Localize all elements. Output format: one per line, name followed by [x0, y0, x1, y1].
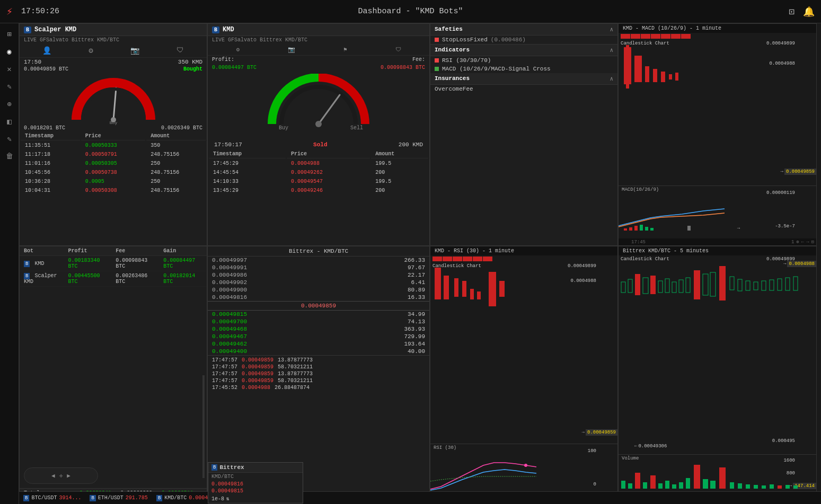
page-title: Dashboard - "KMD Bots" [358, 7, 463, 16]
sidebar-icon-dashboard[interactable]: ◉ [5, 45, 13, 58]
macd-time-right: 1 [791, 240, 794, 245]
col-timestamp: Timestamp [21, 132, 80, 140]
nav-center-btn[interactable]: ✛ [59, 472, 63, 479]
kmd-icon-photo[interactable]: 📷 [288, 46, 295, 53]
status-label-eth: ETH/USDT [98, 495, 123, 501]
shield-icon[interactable]: 🛡 [176, 46, 184, 55]
camera-icon[interactable]: 📷 [130, 46, 139, 55]
zoom-icon[interactable]: ⊕ [796, 239, 799, 245]
scalper-price-row: 0.00049859 BTC Bought [20, 66, 207, 72]
bid-price: 0.00049700 [212, 319, 247, 325]
svg-rect-61 [665, 481, 669, 489]
table-row: 13:45:290.00049246200 [209, 187, 428, 194]
recent-trade-item: 17:47:570.0004985958.70321211 [208, 377, 429, 384]
svg-rect-7 [624, 47, 631, 84]
table-row: 11:35:510.00050333350 [21, 142, 206, 149]
kmd-panel: B KMD LIVE GFSalvato Bittrex KMD/BTC ⚙ 📷… [207, 23, 430, 246]
fee-label: Fee: [412, 57, 425, 63]
user-icon[interactable]: 👤 [42, 46, 51, 55]
sidebar-icon-edit[interactable]: ✎ [5, 80, 13, 93]
kmd-icons: ⚙ 📷 ⚑ 🛡 [208, 44, 429, 56]
ask-price: 0.00049900 [212, 287, 247, 293]
macd-title-text: KMD - MACD (10/26/9) - 1 minute [623, 25, 721, 31]
nav-left-btn[interactable]: ◀ [51, 472, 55, 479]
svg-rect-30 [499, 281, 505, 297]
row-badge: B [24, 261, 30, 267]
table-row: 14:45:540.00049262200 [209, 169, 428, 176]
fullscreen-icon[interactable]: ⊡ [789, 6, 794, 17]
svg-rect-32 [621, 282, 625, 293]
bigchart-panel: Bittrex KMD/BTC - 5 minutes Candlestick … [618, 246, 817, 504]
sidebar-icon-pen[interactable]: ✎ [5, 132, 13, 146]
ob-bid: 0.0004981534.99 [208, 311, 429, 318]
vertical-slider[interactable] [202, 375, 205, 478]
status-badge-eth: B [90, 495, 95, 501]
insurances-collapse[interactable]: ∧ [610, 75, 613, 82]
svg-rect-20 [645, 227, 648, 231]
profit-label: Profit: [212, 57, 234, 63]
nav-right[interactable]: → [806, 240, 809, 245]
svg-rect-47 [738, 279, 742, 291]
svg-rect-33 [628, 279, 632, 293]
svg-rect-45 [719, 266, 726, 300]
svg-rect-18 [634, 226, 638, 231]
svg-rect-38 [665, 279, 669, 293]
summary-panel: Bot Profit Fee Gain B KMD 0.00183340 BTC… [19, 246, 207, 504]
status-badge-kmd: B [156, 495, 162, 501]
nav-left[interactable]: ← [801, 240, 804, 245]
tick-icon[interactable]: ⇅ [226, 496, 229, 502]
svg-rect-23 [435, 268, 441, 299]
volume-subpanel: Volume 1600 800 → 147.414 [619, 454, 816, 497]
status-price-btc: 3914... [59, 495, 81, 501]
scalper-icons-row: 👤 ⚙ 📷 🛡 [20, 44, 207, 58]
nav-right-btn[interactable]: ▶ [67, 472, 70, 479]
bid-price: 0.00049400 [212, 348, 247, 355]
status-label-btc: BTC/USDT [31, 495, 57, 501]
red-bar [483, 257, 492, 261]
bid-price: 0.00049815 [212, 311, 247, 317]
sidebar-icon-close[interactable]: ✕ [5, 63, 13, 76]
kmd-icon-shield[interactable]: 🛡 [395, 46, 401, 53]
ask-price: 0.00049902 [212, 279, 247, 286]
svg-rect-72 [754, 485, 758, 489]
bigchart-title: Bittrex KMD/BTC - 5 minutes [619, 246, 816, 255]
svg-point-4 [315, 121, 322, 127]
ob-current-price: 0.00049859 [208, 301, 429, 311]
indicators-collapse[interactable]: ∧ [610, 47, 613, 54]
sidebar-icon-layout[interactable]: ◧ [5, 115, 13, 128]
svg-rect-35 [643, 278, 648, 294]
table-row: 17:45:290.0004988199.5 [209, 160, 428, 167]
indicator-macd: MACD (10/26/9/MACD-Signal Cross [430, 65, 617, 73]
red-bar [443, 257, 452, 261]
table-row: 11:01:160.00050305250 [21, 160, 206, 167]
tick-label: 1e-8 [211, 496, 224, 502]
svg-rect-67 [710, 481, 716, 489]
svg-rect-54 [793, 277, 798, 290]
rsi-chart-title: KMD - RSI (30) - 1 minute [430, 246, 617, 255]
svg-rect-57 [635, 473, 640, 489]
svg-rect-15 [675, 73, 678, 81]
status-label-kmd: KMD/BTC [164, 495, 187, 501]
settings-icon[interactable]: ⚙ [89, 46, 93, 55]
kmd-icon-flag[interactable]: ⚑ [343, 46, 347, 53]
sidebar-icon-add[interactable]: ⊕ [5, 98, 13, 111]
svg-rect-11 [645, 66, 649, 82]
bid-price: 0.00049462 [212, 341, 247, 347]
svg-rect-69 [730, 482, 734, 489]
nav-fit[interactable]: ⊡ [811, 239, 814, 245]
svg-rect-12 [653, 69, 657, 82]
svg-rect-44 [710, 272, 716, 296]
notification-icon[interactable]: 🔔 [803, 6, 815, 17]
kmd-icon-gear[interactable]: ⚙ [236, 46, 240, 53]
sidebar-icon-home[interactable]: ⊞ [5, 28, 13, 41]
status-btcusdt: B BTC/USDT 3914... [23, 495, 81, 501]
svg-rect-26 [462, 281, 466, 297]
status-badge-btc: B [23, 495, 29, 501]
svg-rect-70 [738, 483, 742, 489]
ob-ask: 0.000499026.41 [208, 279, 429, 286]
sidebar-icon-delete[interactable]: 🗑 [4, 150, 15, 163]
svg-rect-27 [470, 289, 474, 299]
safeties-collapse[interactable]: ∧ [610, 26, 613, 33]
rsi-line-svg [430, 452, 617, 494]
col-timestamp: Timestamp [209, 150, 286, 158]
